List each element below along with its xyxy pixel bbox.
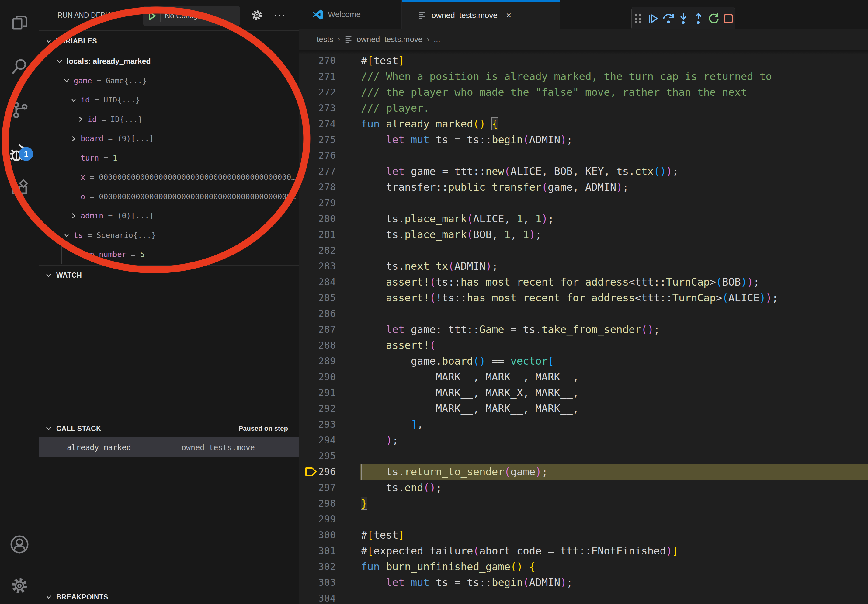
line-number[interactable]: 291: [299, 385, 336, 401]
line-number[interactable]: 278: [299, 179, 336, 195]
code-text[interactable]: assert!(: [361, 337, 436, 353]
line-number[interactable]: 293: [299, 417, 336, 432]
line-number[interactable]: 272: [299, 84, 336, 100]
continue-icon[interactable]: [646, 10, 660, 27]
code-line[interactable]: 272/// the player who made the "false" m…: [299, 84, 868, 100]
variable-row[interactable]: admin = (0)[...]: [39, 206, 299, 226]
close-icon[interactable]: ×: [506, 10, 512, 20]
call-stack-frame[interactable]: already_markedowned_tests.move: [39, 437, 299, 457]
code-line[interactable]: 280 ts.place_mark(ALICE, 1, 1);: [299, 211, 868, 226]
code-line[interactable]: 279: [299, 195, 868, 211]
settings-gear-icon[interactable]: [0, 570, 39, 602]
breadcrumb-symbol[interactable]: ...: [434, 35, 440, 44]
line-number[interactable]: 277: [299, 163, 336, 179]
launch-config-dropdown[interactable]: No Configur: [143, 6, 240, 26]
account-icon[interactable]: [0, 528, 39, 560]
code-text[interactable]: /// the player who made the "false" move…: [361, 84, 747, 100]
code-text[interactable]: assert!(ts::has_most_recent_for_address<…: [361, 274, 760, 290]
variable-row[interactable]: x = 000000000000000000000000000000000000…: [39, 167, 299, 187]
code-line[interactable]: 291 MARK__, MARK_X, MARK__,: [299, 385, 868, 401]
code-line[interactable]: 294 );: [299, 432, 868, 448]
code-text[interactable]: MARK__, MARK__, MARK__,: [361, 401, 579, 417]
line-number[interactable]: 287: [299, 321, 336, 337]
code-line[interactable]: 303 let mut ts = ts::begin(ADMIN);: [299, 575, 868, 590]
code-line[interactable]: 300#[test]: [299, 527, 868, 543]
line-number[interactable]: 271: [299, 68, 336, 84]
line-number[interactable]: 273: [299, 100, 336, 116]
code-text[interactable]: assert!(!ts::has_most_recent_for_address…: [361, 290, 778, 306]
line-number[interactable]: 286: [299, 306, 336, 321]
code-text[interactable]: MARK__, MARK__, MARK__,: [361, 369, 579, 385]
variable-row[interactable]: o = 000000000000000000000000000000000000…: [39, 187, 299, 206]
code-line[interactable]: 284 assert!(ts::has_most_recent_for_addr…: [299, 274, 868, 290]
code-text[interactable]: #[test]: [361, 53, 405, 68]
code-line[interactable]: 292 MARK__, MARK__, MARK__,: [299, 401, 868, 417]
code-text[interactable]: fun burn_unfinished_game() {: [361, 559, 535, 575]
line-number[interactable]: 299: [299, 511, 336, 527]
step-out-icon[interactable]: [691, 10, 705, 27]
step-into-icon[interactable]: [677, 10, 690, 27]
code-text[interactable]: let game = ttt::new(ALICE, BOB, KEY, ts.…: [361, 163, 679, 179]
code-text[interactable]: ],: [361, 417, 423, 432]
code-text[interactable]: /// player.: [361, 100, 429, 116]
code-line[interactable]: 273/// player.: [299, 100, 868, 116]
line-number[interactable]: 302: [299, 559, 336, 575]
code-line[interactable]: 301#[expected_failure(abort_code = ttt::…: [299, 543, 868, 559]
tree-chevron-icon[interactable]: [70, 96, 78, 104]
code-text[interactable]: ts.return_to_sender(game);: [361, 464, 548, 480]
code-text[interactable]: #[test]: [361, 527, 405, 543]
tree-chevron-icon[interactable]: [63, 77, 71, 85]
line-number[interactable]: 292: [299, 401, 336, 417]
code-line[interactable]: 285 assert!(!ts::has_most_recent_for_add…: [299, 290, 868, 306]
code-text[interactable]: let mut ts = ts::begin(ADMIN);: [361, 575, 573, 590]
watch-section-header[interactable]: WATCH: [39, 265, 299, 285]
code-line[interactable]: 275 let mut ts = ts::begin(ADMIN);: [299, 132, 868, 147]
extensions-icon[interactable]: [0, 172, 39, 204]
code-line[interactable]: 299: [299, 511, 868, 527]
variable-row[interactable]: board = (9)[...]: [39, 129, 299, 149]
toolbar-drag-handle[interactable]: [632, 10, 645, 27]
code-line[interactable]: 281 ts.place_mark(BOB, 1, 1);: [299, 226, 868, 242]
tree-chevron-icon[interactable]: [70, 135, 78, 142]
variables-section-header[interactable]: VARIABLES: [39, 30, 299, 52]
line-number[interactable]: 301: [299, 543, 336, 559]
code-line[interactable]: 276: [299, 147, 868, 163]
line-number[interactable]: 285: [299, 290, 336, 306]
code-line[interactable]: 290 MARK__, MARK__, MARK__,: [299, 369, 868, 385]
code-text[interactable]: #[expected_failure(abort_code = ttt::ENo…: [361, 543, 679, 559]
tree-chevron-icon[interactable]: [63, 231, 71, 239]
line-number[interactable]: 288: [299, 337, 336, 353]
breakpoints-section-header[interactable]: BREAKPOINTS: [39, 588, 299, 604]
line-number[interactable]: 298: [299, 496, 336, 511]
line-number[interactable]: 284: [299, 274, 336, 290]
code-line[interactable]: 287 let game: ttt::Game = ts.take_from_s…: [299, 321, 868, 337]
line-number[interactable]: 303: [299, 575, 336, 590]
code-line[interactable]: 271/// When a position is already marked…: [299, 68, 868, 84]
breadcrumb-file[interactable]: owned_tests.move: [357, 35, 423, 44]
tree-chevron-icon[interactable]: [56, 57, 64, 65]
explorer-icon[interactable]: [0, 6, 39, 38]
code-text[interactable]: let game: ttt::Game = ts.take_from_sende…: [361, 321, 660, 337]
code-text[interactable]: MARK__, MARK_X, MARK__,: [361, 385, 579, 401]
start-debug-icon[interactable]: [147, 11, 157, 21]
code-text[interactable]: }: [361, 496, 367, 511]
line-number[interactable]: 276: [299, 147, 336, 163]
search-icon[interactable]: [0, 50, 39, 82]
line-number[interactable]: 275: [299, 132, 336, 147]
code-text[interactable]: ts.place_mark(BOB, 1, 1);: [361, 226, 542, 242]
code-line[interactable]: 277 let game = ttt::new(ALICE, BOB, KEY,…: [299, 163, 868, 179]
restart-icon[interactable]: [707, 10, 720, 27]
code-line[interactable]: 274fun already_marked() {: [299, 116, 868, 132]
code-text[interactable]: let mut ts = ts::begin(ADMIN);: [361, 132, 573, 147]
tab-owned-tests[interactable]: owned_tests.move ×: [402, 0, 560, 29]
code-line[interactable]: 282: [299, 242, 868, 258]
line-number[interactable]: 289: [299, 353, 336, 369]
step-over-icon[interactable]: [662, 10, 675, 27]
code-line[interactable]: 283 ts.next_tx(ADMIN);: [299, 258, 868, 274]
line-number[interactable]: 280: [299, 211, 336, 226]
code-text[interactable]: ts.next_tx(ADMIN);: [361, 258, 498, 274]
code-line[interactable]: 293 ],: [299, 417, 868, 432]
line-number[interactable]: 282: [299, 242, 336, 258]
code-text[interactable]: transfer::public_transfer(game, ADMIN);: [361, 179, 629, 195]
variable-row[interactable]: id = UID{...}: [39, 90, 299, 110]
